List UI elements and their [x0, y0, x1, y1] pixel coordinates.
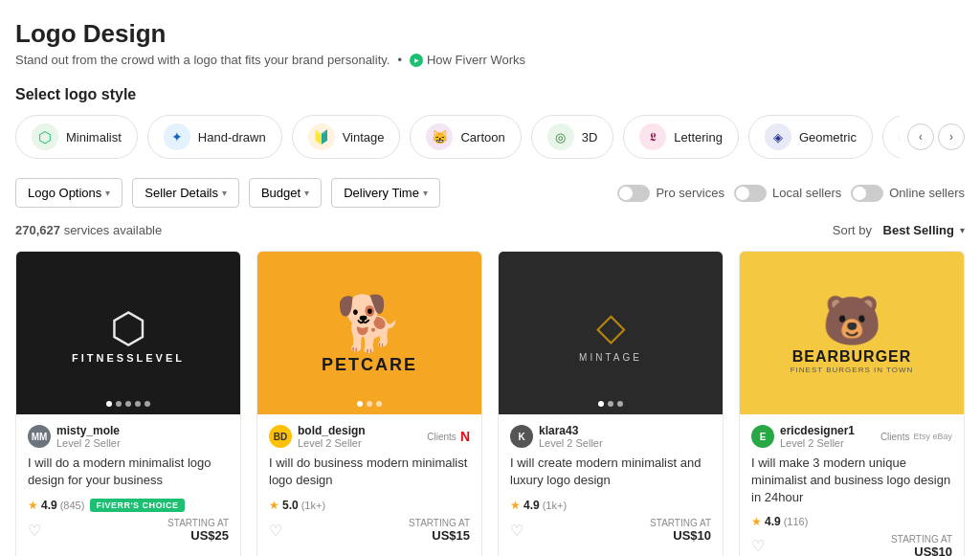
card-2: 🐕 PETCARE BD bold_design Level 2 Seller …: [256, 251, 482, 556]
card-3-body: K klara43 Level 2 Seller I will create m…: [499, 414, 723, 552]
card-2-price: US$15: [409, 528, 470, 543]
card-4-image[interactable]: 🐻 BEARBURGER FINEST BURGERS IN TOWN: [740, 252, 964, 414]
cartoon-label: Cartoon: [460, 130, 504, 145]
pro-services-toggle[interactable]: [617, 185, 650, 202]
budget-label: Budget: [261, 186, 301, 200]
card-2-favorite[interactable]: ♡: [269, 522, 282, 540]
how-it-works-link[interactable]: How Fiverr Works: [410, 53, 525, 67]
style-item-3d[interactable]: ◎ 3D: [531, 115, 614, 159]
card-3-title[interactable]: I will create modern minimalist and luxu…: [510, 455, 711, 491]
handdrawn-icon: ✦: [164, 123, 190, 150]
card-4-body: E ericdesigner1 Level 2 Seller Clients E…: [740, 414, 964, 556]
card-2-star: ★: [269, 499, 279, 512]
cartoon-icon: 😸: [426, 123, 453, 150]
card-4-rating-value: 4.9: [765, 515, 781, 528]
logo-options-caret: ▾: [105, 188, 110, 198]
style-item-vintage[interactable]: 🔰 Vintage: [292, 115, 401, 159]
style-item-signature[interactable]: ✒ Signat…: [882, 115, 900, 159]
style-prev-button[interactable]: ‹: [907, 123, 934, 150]
card-4-footer: ♡ STARTING AT US$10: [751, 534, 952, 556]
card-3-seller-name[interactable]: klara43: [539, 424, 711, 437]
separator: •: [397, 53, 402, 67]
card-3-seller-row: K klara43 Level 2 Seller: [510, 424, 711, 449]
style-item-handdrawn[interactable]: ✦ Hand-drawn: [147, 115, 282, 159]
card-2-text: PETCARE: [322, 355, 417, 375]
local-sellers-toggle[interactable]: [734, 185, 767, 202]
card-1-badge: FIVERR'S CHOICE: [90, 499, 184, 512]
3d-label: 3D: [582, 130, 598, 145]
pro-services-label: Pro services: [656, 186, 724, 200]
card-2-seller-level: Level 2 Seller: [298, 437, 421, 449]
subtitle-text: Stand out from the crowd with a logo tha…: [15, 53, 390, 67]
card-3-dots: [598, 401, 623, 407]
card-4-favorite[interactable]: ♡: [751, 537, 765, 555]
page-title: Logo Design: [15, 19, 965, 49]
card-3-avatar: K: [510, 425, 533, 448]
style-items: ⬡ Minimalist ✦ Hand-drawn 🔰 Vintage 😸 Ca…: [15, 115, 900, 159]
card-1-bottom: ♡ STARTING AT US$25: [28, 518, 229, 543]
card-1-favorite[interactable]: ♡: [28, 522, 41, 540]
style-item-lettering[interactable]: 𝕷 Lettering: [623, 115, 739, 159]
card-2-body: BD bold_design Level 2 Seller Clients N …: [257, 414, 481, 552]
card-1-title[interactable]: I will do a modern minimalist logo desig…: [28, 455, 229, 491]
handdrawn-label: Hand-drawn: [198, 130, 266, 145]
services-count: 270,627 services available: [15, 223, 162, 237]
lettering-icon: 𝕷: [639, 123, 666, 150]
card-2-dots: [357, 401, 382, 407]
card-2-rating-value: 5.0: [282, 499, 299, 512]
card-1-rating-value: 4.9: [41, 499, 57, 512]
delivery-time-label: Delivery Time: [344, 186, 419, 200]
style-section-label: Select logo style: [15, 86, 965, 103]
card-3-reviews: (1k+): [543, 500, 567, 511]
card-3-text: MINTAGE: [579, 352, 642, 363]
style-item-cartoon[interactable]: 😸 Cartoon: [410, 115, 521, 159]
page-subtitle: Stand out from the crowd with a logo tha…: [15, 53, 965, 67]
card-3-image[interactable]: ◇ MINTAGE: [499, 252, 723, 414]
card-4-star: ★: [751, 515, 762, 528]
card-4-seller-info: ericdesigner1 Level 2 Seller: [780, 424, 875, 449]
card-1-image[interactable]: ⬡ FITNESSLEVEL: [16, 252, 240, 414]
card-4-avatar: E: [751, 425, 774, 448]
style-nav-buttons: ‹ ›: [907, 123, 965, 150]
card-2-clients: Clients N: [427, 429, 470, 444]
style-item-geometric[interactable]: ◈ Geometric: [748, 115, 873, 159]
delivery-time-filter[interactable]: Delivery Time ▾: [331, 178, 440, 208]
card-2-seller-name[interactable]: bold_design: [298, 424, 421, 437]
card-3-price: US$10: [650, 528, 711, 543]
card-1-logo-text: FITNESSLEVEL: [72, 352, 185, 364]
card-3-seller-info: klara43 Level 2 Seller: [539, 424, 711, 449]
card-1-price: US$25: [167, 528, 229, 543]
card-2-title[interactable]: I will do business modern minimalist log…: [269, 455, 470, 491]
card-4-sub: FINEST BURGERS IN TOWN: [791, 366, 914, 374]
card-4-seller-name[interactable]: ericdesigner1: [780, 424, 875, 437]
style-selector-row: ⬡ Minimalist ✦ Hand-drawn 🔰 Vintage 😸 Ca…: [15, 115, 965, 159]
card-1-logo-icon: ⬡: [110, 303, 146, 352]
seller-details-filter[interactable]: Seller Details ▾: [132, 178, 239, 208]
local-sellers-label: Local sellers: [772, 186, 841, 200]
style-item-minimalist[interactable]: ⬡ Minimalist: [15, 115, 138, 159]
online-sellers-toggle[interactable]: [851, 185, 883, 202]
card-3-rating: ★ 4.9 (1k+): [510, 499, 567, 512]
card-1-seller-row: MM misty_mole Level 2 Seller: [28, 424, 229, 449]
card-3-favorite[interactable]: ♡: [510, 522, 523, 540]
logo-options-filter[interactable]: Logo Options ▾: [15, 178, 122, 208]
minimalist-label: Minimalist: [66, 130, 122, 145]
card-2-bottom: ★ 5.0 (1k+): [269, 499, 470, 512]
lettering-label: Lettering: [674, 130, 723, 145]
card-1-dots: [106, 401, 150, 407]
style-next-button[interactable]: ›: [938, 123, 965, 150]
card-1-reviews: (845): [60, 500, 85, 511]
card-1-body: MM misty_mole Level 2 Seller I will do a…: [16, 414, 240, 552]
starting-at-2: STARTING AT: [409, 518, 470, 528]
vintage-label: Vintage: [343, 130, 385, 145]
logo-options-label: Logo Options: [28, 186, 101, 200]
sort-by-button[interactable]: Sort by Best Selling ▾: [833, 223, 965, 237]
play-icon: [410, 54, 423, 67]
card-1-seller-name[interactable]: misty_mole: [56, 424, 229, 437]
budget-filter[interactable]: Budget ▾: [249, 178, 322, 208]
card-2-image[interactable]: 🐕 PETCARE: [257, 252, 481, 414]
card-3-seller-level: Level 2 Seller: [539, 437, 711, 449]
brand-icons: Etsy eBay: [913, 432, 952, 441]
how-it-works-label: How Fiverr Works: [427, 53, 525, 67]
card-4-title[interactable]: I will make 3 modern unique minimalist a…: [751, 455, 952, 507]
